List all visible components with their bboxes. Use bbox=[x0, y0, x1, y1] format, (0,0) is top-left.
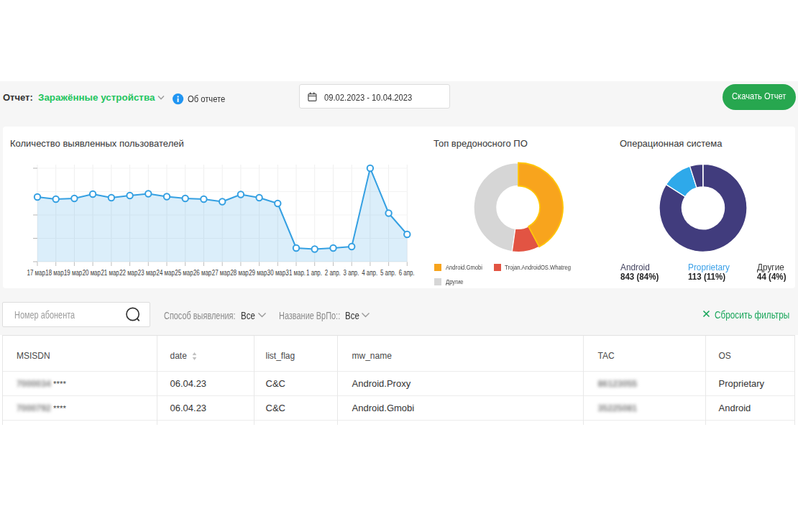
svg-text:29 мар.: 29 мар. bbox=[249, 267, 268, 277]
svg-text:18 мар.: 18 мар. bbox=[45, 267, 65, 277]
svg-text:21 мар.: 21 мар. bbox=[101, 267, 120, 277]
svg-text:30 мар.: 30 мар. bbox=[267, 267, 287, 277]
svg-text:31 мар.: 31 мар. bbox=[286, 267, 306, 277]
svg-text:3 апр.: 3 апр. bbox=[344, 267, 359, 277]
svg-text:27 мар.: 27 мар. bbox=[212, 267, 231, 277]
svg-text:1 апр.: 1 апр. bbox=[306, 267, 322, 277]
svg-text:4 апр.: 4 апр. bbox=[362, 267, 377, 277]
svg-text:25 мар.: 25 мар. bbox=[175, 267, 194, 277]
svg-text:24 мар.: 24 мар. bbox=[157, 267, 176, 277]
svg-text:6 апр.: 6 апр. bbox=[399, 267, 415, 277]
svg-text:17 мар.: 17 мар. bbox=[27, 267, 47, 277]
svg-text:28 мар.: 28 мар. bbox=[230, 267, 249, 277]
svg-text:19 мар.: 19 мар. bbox=[64, 267, 83, 277]
svg-text:26 мар.: 26 мар. bbox=[193, 267, 213, 277]
svg-text:20 мар.: 20 мар. bbox=[83, 267, 102, 277]
svg-text:22 мар.: 22 мар. bbox=[119, 267, 139, 277]
svg-text:23 мар.: 23 мар. bbox=[138, 267, 157, 277]
svg-text:2 апр.: 2 апр. bbox=[325, 267, 341, 277]
svg-text:5 апр.: 5 апр. bbox=[380, 267, 396, 277]
